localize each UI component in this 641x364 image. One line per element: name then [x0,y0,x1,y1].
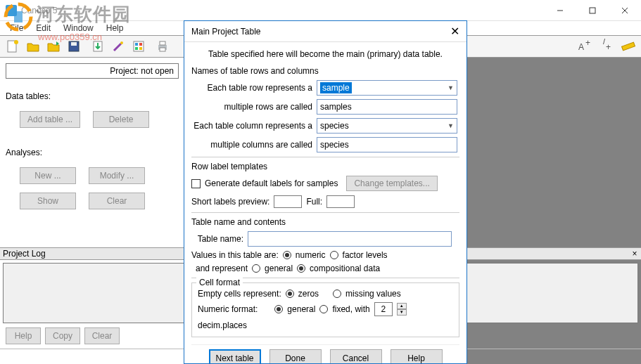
table-name-label: Table name: [191,234,248,244]
show-analysis-button[interactable]: Show [20,193,76,209]
clear-analysis-button[interactable]: Clear [89,193,145,209]
svg-rect-13 [135,43,138,46]
font-increase-icon[interactable]: A+ [575,37,595,56]
svg-text:+: + [606,42,611,52]
dialog-intro: Table specified here will become the mai… [191,49,459,59]
numfmt-label: Numeric format: [198,304,258,314]
log-title: Project Log [3,249,46,259]
numeric-label: numeric [296,250,326,260]
log-close-icon[interactable]: × [628,249,641,259]
table-name-input[interactable] [248,231,452,247]
open-recent-icon[interactable] [44,37,63,56]
section-names-label: Names of table rows and columns [191,66,459,76]
svg-text:A: A [578,42,584,52]
log-copy-button[interactable]: Copy [45,327,80,344]
rows-called-label: multiple rows are called [191,102,317,112]
factor-label: factor levels [343,250,388,260]
wizard-icon[interactable] [108,37,128,56]
col-represents-label: Each table column represents a [191,121,317,131]
numeric-radio[interactable] [283,251,291,259]
zeros-radio[interactable] [286,290,294,298]
menu-help[interactable]: Help [101,22,129,34]
compositional-radio[interactable] [297,264,305,273]
svg-rect-3 [590,8,595,13]
modify-analysis-button[interactable]: Modify ... [89,167,145,184]
svg-rect-9 [71,42,77,46]
next-table-button[interactable]: Next table [209,349,261,363]
save-icon[interactable] [64,37,84,56]
svg-point-11 [120,41,123,44]
settings-icon[interactable] [129,37,148,56]
chevron-down-icon: ▼ [448,122,454,129]
rows-called-input[interactable] [317,99,457,115]
add-table-button[interactable]: Add table ... [20,111,80,128]
short-preview-box [274,195,302,208]
cancel-button[interactable]: Cancel [330,349,382,363]
cols-called-input[interactable] [317,137,457,152]
chevron-down-icon: ▼ [448,84,454,91]
compositional-label: compositional data [310,264,380,273]
values-are-label: Values in this table are: [191,250,279,260]
dialog-close-icon[interactable]: ✕ [450,25,459,38]
svg-rect-18 [160,41,165,45]
done-button[interactable]: Done [269,349,322,363]
new-icon[interactable] [3,37,23,56]
app-title: Canoco 5 [21,6,57,15]
cell-format-legend: Cell format [196,278,243,287]
svg-point-7 [14,40,18,44]
font-add-icon[interactable]: /+ [597,37,616,56]
and-represent-label: and represent [196,264,248,273]
short-preview-label: Short labels preview: [191,197,269,207]
empty-cells-label: Empty cells represent: [198,289,281,299]
import-icon[interactable] [88,37,108,56]
change-templates-button[interactable]: Change templates... [346,176,437,191]
cols-called-label: multiple columns are called [191,140,317,150]
svg-rect-16 [139,47,142,50]
full-preview-box [326,195,355,208]
missing-label: missing values [345,289,401,299]
general-label: general [265,264,293,273]
menu-edit[interactable]: Edit [30,22,56,34]
menu-window[interactable]: Window [58,22,99,34]
zeros-label: zeros [298,289,319,299]
spinner-buttons[interactable]: ▲▼ [397,303,407,316]
print-icon[interactable] [153,37,172,56]
generate-default-checkbox[interactable] [191,179,201,188]
open-icon[interactable] [23,37,43,56]
menu-file[interactable]: File [4,22,29,34]
delete-table-button[interactable]: Delete [93,111,149,128]
minimize-button[interactable] [544,0,576,21]
decim-spinner[interactable]: 2 [374,302,393,316]
fmt-general-radio[interactable] [274,305,283,313]
log-help-button[interactable]: Help [6,327,41,344]
svg-rect-14 [139,43,142,46]
new-analysis-button[interactable]: New ... [20,167,76,184]
fmt-general-label: general [287,304,315,314]
svg-rect-19 [160,48,165,51]
general-radio[interactable] [252,264,260,273]
analyses-label: Analyses: [6,148,179,157]
data-tables-label: Data tables: [6,91,179,101]
main-project-table-dialog: Main Project Table ✕ Table specified her… [184,20,467,364]
fmt-fixed-radio[interactable] [319,305,328,313]
row-represents-label: Each table row represents a [191,83,317,93]
project-status-text: Project: not open [110,66,174,76]
ruler-icon[interactable] [618,37,638,56]
section-tablename: Table name and contents [191,217,459,227]
missing-radio[interactable] [333,290,341,298]
close-button[interactable] [609,0,641,21]
maximize-button[interactable] [576,0,609,21]
col-represents-combo[interactable]: species▼ [317,118,457,134]
decim-places-label: decim.places [198,320,247,330]
app-icon [6,5,17,16]
full-preview-label: Full: [306,197,322,207]
svg-rect-15 [135,47,138,50]
log-clear-button[interactable]: Clear [84,327,120,344]
help-button[interactable]: Help [391,349,443,363]
project-status: Project: not open [6,63,179,79]
row-represents-combo[interactable]: sample▼ [317,80,457,96]
factor-radio[interactable] [330,251,338,259]
cell-format-group: Cell format Empty cells represent: zeros… [191,282,459,337]
section-rowlabel: Row label templates [191,162,459,171]
generate-default-label: Generate default labels for samples [205,178,338,188]
